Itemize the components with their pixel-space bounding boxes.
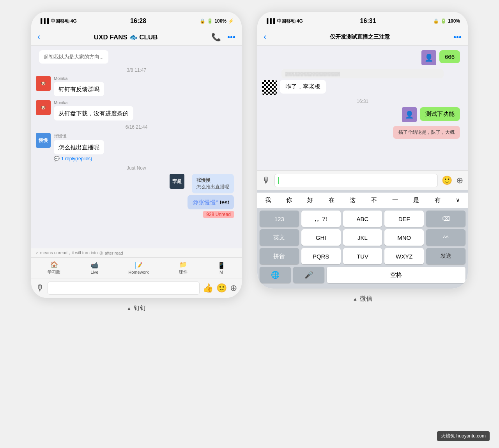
- text-cursor: [278, 177, 279, 184]
- suggestion-shi[interactable]: 是: [410, 197, 422, 204]
- wechat-carrier-signal: ▐▐▐ 中国移动 4G: [265, 18, 303, 25]
- key-wxyz[interactable]: WXYZ: [384, 248, 424, 264]
- wechat-phone: ▐▐▐ 中国移动 4G 16:31 🔒 🔋 100% ‹ 仅开发测试直播之三注意…: [257, 12, 468, 289]
- key-globe[interactable]: 🌐: [260, 267, 291, 283]
- mic-button[interactable]: 🎙: [36, 283, 44, 293]
- suggestion-yi[interactable]: 一: [389, 197, 401, 204]
- nav-actions: 📞 •••: [211, 32, 235, 42]
- more-icon[interactable]: •••: [227, 33, 235, 42]
- signal-icon: ▐▐▐: [39, 18, 49, 24]
- key-send[interactable]: 发送: [426, 248, 465, 264]
- suggestion-hao[interactable]: 好: [304, 197, 316, 204]
- bubble: 咋了，李老板: [280, 80, 326, 94]
- key-english[interactable]: 英文: [260, 229, 299, 246]
- wechat-text-input[interactable]: [274, 174, 438, 187]
- triangle-icon: ▲: [353, 296, 357, 302]
- quoted-text: 怎么推出直播呢: [196, 184, 229, 190]
- wechat-nav-bar: ‹ 仅开发测试直播之三注意 •••: [257, 29, 468, 46]
- back-button[interactable]: ‹: [37, 32, 40, 42]
- suggestion-expand[interactable]: ∨: [453, 197, 463, 204]
- time-divider: 16:31: [262, 99, 463, 104]
- wechat-status-bar: ▐▐▐ 中国移动 4G 16:31 🔒 🔋 100%: [257, 12, 468, 29]
- key-def[interactable]: DEF: [384, 211, 424, 227]
- key-space[interactable]: 空格: [327, 267, 465, 283]
- keyboard-row-1: 123 ,。?! ABC DEF ⌫: [260, 211, 465, 227]
- hint-check-icon: ◎: [99, 250, 103, 255]
- battery-icon: 🔋: [207, 18, 213, 24]
- wechat-plus-button[interactable]: ⊕: [456, 175, 463, 186]
- key-backspace[interactable]: ⌫: [426, 211, 465, 227]
- message-input[interactable]: [48, 282, 200, 295]
- dingtalk-container: ▐▐▐ 中国移动 4G 16:28 🔒 🔋 100% ⚡ ‹ UXD FANS …: [31, 12, 242, 312]
- key-pinyin[interactable]: 拼音: [260, 248, 299, 264]
- clock-center: 16:28: [130, 18, 146, 25]
- bubble: 怎么推出直播呢: [54, 140, 104, 154]
- tab-label: M: [219, 270, 223, 274]
- hint-text: means unread，it will turn into: [40, 250, 98, 256]
- reply-count: 1 reply(replies): [61, 156, 92, 161]
- avatar: 🐶: [36, 100, 51, 115]
- quoted-sender: 张慢慢: [196, 177, 229, 184]
- key-jkl[interactable]: JKL: [343, 229, 382, 246]
- bubble: 搞了个结论是，队了，大概: [393, 126, 460, 139]
- key-abc[interactable]: ABC: [343, 211, 382, 227]
- keyboard-suggestions: 我 你 好 在 这 不 一 是 有 ∨: [257, 193, 468, 208]
- emoji-button[interactable]: 🙂: [216, 283, 227, 293]
- bubble: 666: [439, 50, 460, 63]
- tab-icon: 🏠: [50, 261, 58, 268]
- reply-icon: 💬: [54, 156, 60, 161]
- suggestion-ni[interactable]: 你: [283, 197, 295, 204]
- tab-label: Live: [90, 270, 98, 274]
- dingtalk-chat-area: 起初我以为是大家的方向... 3/8 11:47 🐶 Monika 钉钉有反馈群…: [31, 46, 242, 248]
- suggestion-zhe[interactable]: 这: [347, 197, 359, 204]
- unread-badge: 928 Unread: [203, 211, 234, 218]
- phone-icon[interactable]: 📞: [211, 32, 221, 42]
- charge-icon: ⚡: [228, 18, 234, 24]
- key-mic[interactable]: 🎤: [293, 267, 324, 283]
- signal-icon: ▐▐▐: [265, 18, 275, 24]
- status-right-icons: 🔒 🔋 100% ⚡: [200, 18, 234, 24]
- key-caps[interactable]: ^^: [426, 229, 465, 246]
- wechat-chat-title: 仅开发测试直播之三注意: [330, 34, 390, 41]
- bubble: 测试下功能: [420, 107, 460, 121]
- avatar: 慢慢: [36, 133, 51, 148]
- tab-xuexi[interactable]: 🏠 学习圈: [48, 261, 60, 275]
- keyboard-row-3: 拼音 PQRS TUV WXYZ 发送: [260, 248, 465, 264]
- quoted-block: 张慢慢 怎么推出直播呢: [192, 174, 234, 193]
- suggestion-bu[interactable]: 不: [368, 197, 380, 204]
- key-pqrs[interactable]: PQRS: [301, 248, 341, 264]
- tab-kejian[interactable]: 📁 课件: [179, 261, 188, 275]
- key-mno[interactable]: MNO: [384, 229, 424, 246]
- tab-live[interactable]: 📹 Live: [90, 262, 98, 274]
- tab-more[interactable]: 📱 M: [218, 262, 225, 274]
- key-tuv[interactable]: TUV: [343, 248, 382, 264]
- tab-label: 课件: [179, 269, 188, 275]
- lock-icon: 🔒: [433, 18, 439, 24]
- key-ghi[interactable]: GHI: [301, 229, 341, 246]
- reply-hint[interactable]: 💬 1 reply(replies): [54, 156, 104, 161]
- dingtalk-nav-bar: ‹ UXD FANS 🐟 CLUB 📞 •••: [31, 29, 242, 46]
- more-dots-icon[interactable]: •••: [453, 33, 462, 42]
- like-button[interactable]: 👍: [203, 283, 213, 293]
- input-row: 🎙 👍 🙂 ⊕: [36, 282, 237, 295]
- avatar-lc: 李超: [170, 174, 184, 189]
- tab-icon: 📱: [218, 262, 225, 269]
- suggestion-you[interactable]: 有: [432, 197, 444, 204]
- wechat-emoji-button[interactable]: 🙂: [442, 175, 452, 186]
- back-button[interactable]: ‹: [264, 32, 266, 42]
- plus-button[interactable]: ⊕: [230, 283, 237, 293]
- dingtalk-status-bar: ▐▐▐ 中国移动 4G 16:28 🔒 🔋 100% ⚡: [31, 12, 242, 29]
- message-row: 🐶 Monika 钉钉有反馈群吗: [36, 76, 237, 96]
- key-punct[interactable]: ,。?!: [301, 211, 341, 227]
- tab-homework[interactable]: 📝 Homework: [128, 262, 149, 274]
- key-123[interactable]: 123: [260, 211, 299, 227]
- wechat-label: ▲ 微信: [353, 295, 372, 303]
- carrier-text: 中国移动 4G: [51, 18, 77, 25]
- hint-row: ○ means unread，it will turn into ◎ after…: [31, 248, 242, 257]
- wechat-mic-button[interactable]: 🎙: [262, 175, 271, 186]
- wechat-clock: 16:31: [360, 18, 376, 25]
- wechat-keyboard: 我 你 好 在 这 不 一 是 有 ∨ 123 ,。?! ABC DEF: [257, 190, 468, 289]
- suggestion-wo[interactable]: 我: [262, 197, 274, 204]
- suggestion-zai[interactable]: 在: [326, 197, 338, 204]
- wechat-app-name: 微信: [360, 295, 372, 303]
